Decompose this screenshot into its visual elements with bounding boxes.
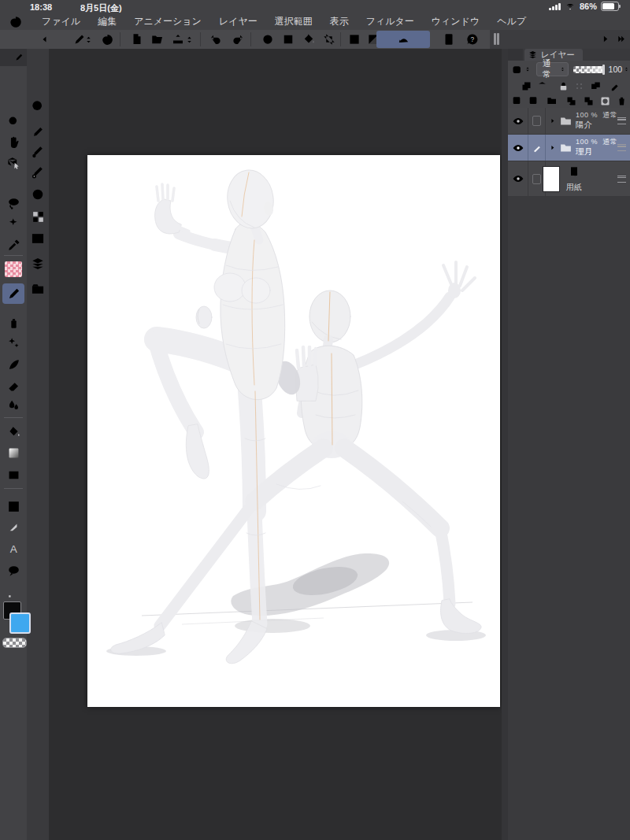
main-menu-button[interactable] bbox=[52, 31, 71, 48]
vector-edit-tool[interactable] bbox=[2, 581, 24, 601]
panel-expand-all-icon[interactable] bbox=[616, 34, 626, 44]
help-button[interactable] bbox=[463, 31, 482, 48]
layer-mask-button[interactable] bbox=[597, 93, 613, 109]
clip-to-layer-below-button[interactable] bbox=[518, 78, 534, 94]
transparent-color-swatch[interactable] bbox=[2, 638, 27, 648]
merge-to-lower-button[interactable] bbox=[580, 93, 596, 109]
palette-color-button[interactable] bbox=[510, 64, 532, 76]
tool-property-palette-button[interactable] bbox=[28, 142, 48, 162]
snap-to-special-ruler-button[interactable] bbox=[394, 31, 413, 48]
new-layer-settings-button[interactable] bbox=[526, 93, 542, 109]
new-raster-layer-button[interactable] bbox=[510, 93, 525, 109]
tool-switcher-chevrons-icon[interactable] bbox=[83, 31, 94, 48]
layer-opacity: 100 % bbox=[576, 138, 598, 146]
layer-property-palette-button[interactable] bbox=[28, 253, 48, 274]
layer-row-rizuki[interactable]: 100 % 通常 理月 bbox=[508, 135, 630, 161]
panel-expand-icon[interactable] bbox=[600, 34, 610, 44]
move-layer-tool[interactable] bbox=[2, 172, 24, 193]
frame-border-tool[interactable] bbox=[2, 496, 24, 516]
layer-panel-menu-button[interactable] bbox=[508, 49, 523, 61]
color-wheel-palette-button[interactable] bbox=[28, 184, 48, 205]
new-canvas-button[interactable] bbox=[128, 31, 146, 48]
visibility-eye-icon[interactable] bbox=[508, 108, 528, 134]
collapse-toolbar-icon[interactable] bbox=[39, 31, 50, 48]
opacity-chevrons-icon[interactable] bbox=[623, 64, 630, 75]
operation-tool[interactable] bbox=[2, 152, 24, 172]
auto-select-tool[interactable] bbox=[2, 213, 24, 234]
folder-expand-icon[interactable] bbox=[547, 108, 557, 134]
decoration-tool[interactable] bbox=[2, 332, 24, 353]
layer-row-yousuke[interactable]: 100 % 通常 陽介 bbox=[508, 108, 630, 135]
visibility-eye-icon[interactable] bbox=[508, 161, 528, 196]
text-tool[interactable] bbox=[2, 538, 24, 559]
timeline-palette-button[interactable] bbox=[28, 228, 48, 249]
folder-expand-icon[interactable] bbox=[547, 135, 557, 161]
menu-selection[interactable]: 選択範囲 bbox=[266, 13, 321, 30]
menu-file[interactable]: ファイル bbox=[33, 13, 89, 30]
mask-to-view-button[interactable] bbox=[608, 78, 624, 94]
eraser-tool[interactable] bbox=[2, 376, 24, 396]
pen-tool[interactable] bbox=[2, 283, 24, 304]
gradient-tool[interactable] bbox=[2, 442, 24, 463]
menu-animation[interactable]: アニメーション bbox=[125, 13, 210, 30]
menu-help[interactable]: ヘルプ bbox=[488, 13, 535, 30]
panel-drag-handle[interactable] bbox=[497, 33, 499, 45]
line-correction-tool[interactable] bbox=[2, 516, 24, 537]
reference-layer-button[interactable] bbox=[534, 78, 550, 94]
new-folder-button[interactable] bbox=[544, 93, 560, 109]
opacity-slider[interactable] bbox=[573, 66, 604, 73]
layer-drag-handle[interactable] bbox=[616, 135, 627, 161]
menu-view[interactable]: 表示 bbox=[321, 13, 358, 30]
delete-layer-button[interactable] bbox=[613, 93, 629, 109]
airbrush-tool[interactable] bbox=[2, 312, 24, 332]
flip-view-button[interactable] bbox=[345, 31, 364, 48]
pan-tool[interactable] bbox=[2, 131, 24, 152]
layer-drag-handle[interactable] bbox=[616, 161, 627, 196]
reselect-button[interactable] bbox=[279, 31, 298, 48]
menu-filter[interactable]: フィルター bbox=[358, 13, 423, 30]
visibility-eye-icon[interactable] bbox=[508, 135, 528, 161]
menu-edit[interactable]: 編集 bbox=[89, 13, 125, 30]
snap-to-grid-button[interactable] bbox=[411, 31, 430, 48]
fill-tool[interactable] bbox=[2, 421, 24, 442]
canvas-viewport[interactable] bbox=[49, 49, 502, 840]
lock-layer-button[interactable] bbox=[555, 78, 571, 94]
menu-window[interactable]: ウィンドウ bbox=[423, 13, 488, 30]
brush-tool[interactable] bbox=[2, 354, 24, 375]
palette-dock-button[interactable] bbox=[439, 31, 458, 48]
save-export-chevrons-icon[interactable] bbox=[184, 31, 195, 48]
panel-drag-handle[interactable] bbox=[494, 33, 496, 45]
transfer-to-lower-button[interactable] bbox=[563, 93, 579, 109]
enable-mask-button[interactable] bbox=[588, 78, 604, 94]
menu-layer[interactable]: レイヤー bbox=[210, 13, 266, 30]
canvas-page[interactable] bbox=[87, 155, 500, 707]
snap-to-ruler-button[interactable] bbox=[376, 31, 395, 48]
layer-checkbox[interactable] bbox=[528, 108, 546, 134]
undo-button[interactable] bbox=[206, 31, 225, 48]
color-set-palette-button[interactable] bbox=[28, 206, 48, 227]
lock-transparent-pixels-button[interactable] bbox=[571, 78, 587, 94]
figure-tool[interactable] bbox=[2, 464, 24, 485]
selection-tool[interactable] bbox=[2, 193, 24, 213]
blend-mode-select[interactable]: 通常 bbox=[536, 62, 569, 76]
material-palette-button[interactable] bbox=[28, 279, 48, 299]
material-swatch[interactable] bbox=[5, 261, 22, 277]
open-file-button[interactable] bbox=[148, 31, 167, 48]
panel-divider[interactable] bbox=[502, 49, 508, 840]
blend-tool[interactable] bbox=[2, 395, 24, 416]
clear-selection-button[interactable] bbox=[299, 31, 318, 48]
tool-palette-header[interactable] bbox=[0, 49, 27, 66]
sub-tool-palette-button[interactable] bbox=[28, 121, 48, 142]
layer-drag-handle[interactable] bbox=[616, 108, 627, 134]
balloon-tool[interactable] bbox=[2, 561, 24, 581]
sub-color-swatch[interactable] bbox=[9, 612, 31, 634]
eyedropper-tool[interactable] bbox=[2, 235, 24, 255]
deselect-button[interactable] bbox=[258, 31, 277, 48]
layer-row-paper[interactable]: 用紙 bbox=[508, 161, 630, 197]
open-clip-studio-button[interactable] bbox=[98, 31, 117, 48]
brush-size-palette-button[interactable] bbox=[28, 162, 48, 183]
redo-button[interactable] bbox=[228, 31, 247, 48]
crop-button[interactable] bbox=[320, 31, 339, 48]
quick-access-palette-button[interactable] bbox=[28, 96, 48, 117]
zoom-tool[interactable] bbox=[2, 111, 24, 131]
